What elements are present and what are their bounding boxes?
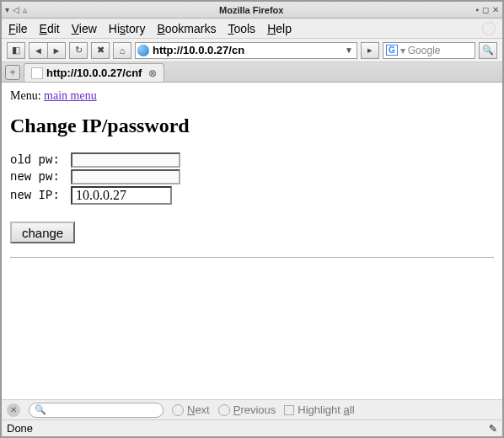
new-pw-label: new pw: — [10, 170, 71, 184]
go-button[interactable]: ▸ — [361, 42, 379, 59]
stop-button[interactable]: ✖ — [91, 42, 110, 59]
page-content: Menu: main menu Change IP/password old p… — [2, 83, 502, 399]
menu-file[interactable]: File — [8, 22, 28, 35]
wm-shade-icon[interactable]: ◁ — [13, 5, 19, 14]
home-button[interactable]: ⌂ — [113, 42, 131, 59]
tab-active[interactable]: http://10.0.0.27/cnf ⊗ — [24, 63, 164, 82]
nav-toolbar: ◧ ◄ ► ↻ ✖ ⌂ http://10.0.0.27/cn ▼ ▸ G ▾ … — [2, 39, 502, 62]
tab-bar: + http://10.0.0.27/cnf ⊗ — [2, 62, 502, 83]
separator — [10, 257, 494, 258]
old-pw-label: old pw: — [10, 153, 71, 167]
find-close-button[interactable]: ✕ — [7, 403, 20, 417]
wm-close-icon[interactable]: ✕ — [492, 5, 499, 14]
status-bar: Done ✎ — [2, 419, 502, 436]
new-ip-input[interactable] — [71, 186, 172, 205]
menu-help[interactable]: Help — [267, 22, 292, 35]
find-bar: ✕ 🔍 Next Previous Highlight all — [2, 399, 502, 419]
menu-history[interactable]: History — [109, 22, 146, 35]
highlight-icon — [284, 405, 294, 415]
previous-icon — [218, 404, 230, 416]
window-title: Mozilla Firefox — [27, 5, 475, 15]
wm-sticky-icon[interactable]: ▾ — [5, 5, 9, 14]
pencil-icon: ✎ — [489, 423, 497, 435]
url-text: http://10.0.0.27/cn — [153, 44, 340, 56]
page-icon — [31, 67, 43, 79]
reload-button[interactable]: ↻ — [69, 42, 88, 59]
google-icon: G — [386, 45, 398, 56]
next-icon — [172, 404, 184, 416]
change-button[interactable]: change — [10, 222, 75, 243]
main-menu-link[interactable]: main menu — [44, 89, 97, 102]
new-tab-button[interactable]: + — [5, 65, 20, 80]
menu-view[interactable]: View — [72, 22, 97, 35]
find-input[interactable]: 🔍 — [29, 403, 164, 418]
search-icon: 🔍 — [35, 404, 46, 415]
find-next-button[interactable]: Next — [172, 403, 210, 416]
menubar: File Edit View History Bookmarks Tools H… — [2, 19, 502, 39]
tab-title: http://10.0.0.27/cnf — [46, 67, 142, 79]
url-bar[interactable]: http://10.0.0.27/cn ▼ — [135, 42, 357, 59]
menu-edit[interactable]: Edit — [40, 22, 60, 35]
status-text: Done — [7, 422, 33, 435]
wm-minimize-icon[interactable]: ▪ — [475, 5, 479, 14]
menu-tools[interactable]: Tools — [228, 22, 255, 35]
new-pw-input[interactable] — [71, 169, 180, 184]
search-go-button[interactable]: 🔍 — [479, 42, 497, 59]
search-box[interactable]: G ▾ Google — [383, 42, 475, 59]
wm-maximize-icon[interactable]: ◻ — [482, 5, 489, 14]
throbber-icon — [482, 22, 496, 35]
globe-icon — [137, 45, 149, 56]
forward-button[interactable]: ► — [47, 42, 66, 59]
highlight-all-toggle[interactable]: Highlight all — [284, 403, 354, 416]
back-button[interactable]: ◄ — [29, 42, 47, 59]
page-heading: Change IP/password — [10, 115, 494, 137]
menu-bookmarks[interactable]: Bookmarks — [157, 22, 216, 35]
window-titlebar: ▾ ◁ ▵ Mozilla Firefox ▪ ◻ ✕ — [2, 2, 502, 19]
find-previous-button[interactable]: Previous — [218, 403, 276, 416]
old-pw-input[interactable] — [71, 152, 180, 168]
sidebar-toggle-button[interactable]: ◧ — [7, 42, 25, 59]
new-ip-label: new IP: — [10, 189, 71, 202]
url-dropdown-icon[interactable]: ▼ — [343, 45, 355, 55]
menu-label: Menu: — [10, 89, 41, 102]
tab-close-icon[interactable]: ⊗ — [148, 67, 157, 79]
search-placeholder: Google — [408, 45, 441, 56]
